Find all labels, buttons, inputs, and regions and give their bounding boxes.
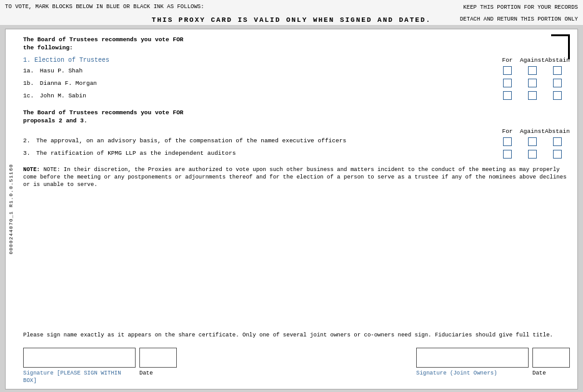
checkbox-1c-for[interactable]	[503, 91, 512, 100]
date-label-2: Date	[532, 369, 570, 376]
col-for-label-2: For	[495, 128, 520, 135]
date-box-2[interactable]	[532, 348, 570, 368]
signature-area: Signature [PLEASE SIGN WITHIN BOX] Date …	[23, 345, 570, 384]
candidate-id-1c: 1c.	[23, 92, 34, 99]
checkbox-1b-against[interactable]	[528, 79, 537, 87]
checkbox-3-abstain[interactable]	[553, 150, 562, 159]
candidate-row-1a: 1a. Hasu P. Shah	[23, 66, 570, 75]
proxy-title: THIS PROXY CARD IS VALID ONLY WHEN SIGNE…	[148, 14, 435, 25]
board-recommendation-2: The Board of Trustees recommends you vot…	[23, 109, 570, 125]
signature-label-2: Signature (Joint Owners)	[416, 369, 529, 376]
proposal-id-3: 3.	[23, 150, 30, 157]
side-label: 0000244070_1 R1.0.0.51160	[6, 29, 16, 390]
sign-instruction: Please sign name exactly as it appears o…	[23, 331, 570, 339]
candidate-row-1b: 1b. Dianna F. Morgan	[23, 79, 570, 87]
corner-mark	[551, 34, 570, 59]
date-label-1: Date	[139, 369, 177, 384]
candidate-id-1b: 1b.	[23, 80, 34, 87]
proposal-id-2: 2.	[23, 137, 30, 144]
checkbox-2-against[interactable]	[528, 137, 537, 146]
date-box-1[interactable]	[139, 348, 177, 368]
ink-instruction: TO VOTE, MARK BLOCKS BELOW IN BLUE OR BL…	[5, 4, 204, 11]
checkbox-1a-for[interactable]	[503, 66, 512, 75]
checkbox-3-for[interactable]	[503, 150, 512, 159]
proposal-row-3: 3. The ratification of KPMG LLP as the i…	[23, 150, 570, 159]
signature-group-1: Signature [PLEASE SIGN WITHIN BOX] Date	[23, 348, 177, 384]
col-against-label: Against	[520, 57, 545, 64]
note-section: NOTE: NOTE: In their discretion, the Pro…	[23, 166, 570, 189]
keep-records-text: KEEP THIS PORTION FOR YOUR RECORDS	[463, 4, 578, 12]
candidate-id-1a: 1a.	[23, 67, 34, 74]
signature-box-2[interactable]	[416, 348, 529, 368]
proposal-text-2: The approval, on an advisory basis, of t…	[36, 137, 346, 144]
proposal-row-2: 2. The approval, on an advisory basis, o…	[23, 137, 570, 146]
candidate-name-1b: Dianna F. Morgan	[40, 80, 97, 87]
checkbox-1b-abstain[interactable]	[553, 79, 562, 87]
checkbox-2-abstain[interactable]	[553, 137, 562, 146]
signature-label-1: Signature [PLEASE SIGN WITHIN BOX]	[23, 369, 136, 384]
signature-group-2: Signature (Joint Owners) Date	[416, 348, 570, 384]
candidate-row-1c: 1c. John M. Sabin	[23, 91, 570, 100]
checkbox-1a-against[interactable]	[528, 66, 537, 75]
proposal-text-3: The ratification of KPMG LLP as the inde…	[36, 150, 236, 157]
checkbox-1a-abstain[interactable]	[553, 66, 562, 75]
candidate-name-1c: John M. Sabin	[40, 92, 86, 99]
col-abstain-label-2: Abstain	[545, 128, 570, 135]
board-recommendation-1: The Board of Trustees recommends you vot…	[23, 36, 570, 52]
col-for-label: For	[495, 57, 520, 64]
candidate-name-1a: Hasu P. Shah	[40, 67, 82, 74]
checkbox-2-for[interactable]	[503, 137, 512, 146]
checkbox-1b-for[interactable]	[503, 79, 512, 87]
signature-box-1[interactable]	[23, 348, 136, 368]
checkbox-1c-abstain[interactable]	[553, 91, 562, 100]
checkbox-3-against[interactable]	[528, 150, 537, 159]
election-title: 1. Election of Trustees	[23, 57, 109, 64]
detach-return-text: DETACH AND RETURN THIS PORTION ONLY	[435, 16, 578, 22]
checkbox-1c-against[interactable]	[528, 91, 537, 100]
col-against-label-2: Against	[520, 128, 545, 135]
